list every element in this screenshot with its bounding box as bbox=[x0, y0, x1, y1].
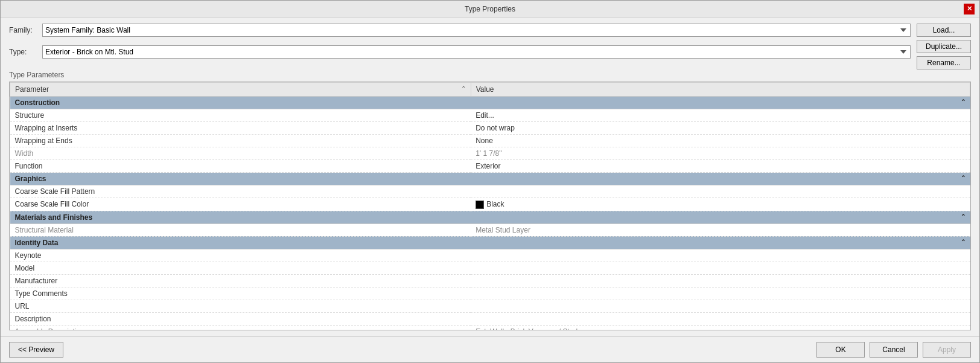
dialog-footer: << Preview OK Cancel Apply bbox=[1, 336, 979, 362]
param-cell: Width bbox=[10, 147, 471, 160]
table-row: Assembly DescriptionExt. Wall - Brick Ve… bbox=[10, 325, 970, 330]
dialog-body: Family: System Family: Basic Wall Type: … bbox=[1, 18, 979, 336]
param-cell: Model bbox=[10, 262, 471, 274]
param-cell: Keynote bbox=[10, 249, 471, 262]
load-button[interactable]: Load... bbox=[917, 24, 971, 37]
collapse-icon[interactable]: ⌃ bbox=[961, 98, 966, 105]
param-cell: Coarse Scale Fill Color bbox=[10, 198, 471, 211]
table-row: Coarse Scale Fill ColorBlack bbox=[10, 198, 970, 211]
cancel-button[interactable]: Cancel bbox=[870, 342, 918, 358]
value-cell: Exterior bbox=[471, 160, 970, 173]
param-cell: Structure bbox=[10, 109, 471, 122]
table-row: FunctionExterior bbox=[10, 160, 970, 173]
parameters-table-container[interactable]: Parameter ⌃ Value Construction⌃Structure… bbox=[9, 82, 971, 330]
value-cell bbox=[471, 249, 970, 262]
collapse-icon[interactable]: ⌃ bbox=[961, 175, 966, 181]
param-cell: Function bbox=[10, 160, 471, 173]
table-row: Description bbox=[10, 312, 970, 325]
section-header-label: Materials and Finishes bbox=[15, 213, 93, 222]
param-cell: Manufacturer bbox=[10, 274, 471, 287]
section-title: Type Parameters bbox=[9, 71, 971, 79]
value-cell: Metal Stud Layer bbox=[471, 223, 970, 236]
table-header-row: Parameter ⌃ Value bbox=[10, 83, 970, 97]
type-label: Type: bbox=[9, 48, 42, 56]
form-top-area: Family: System Family: Basic Wall Type: … bbox=[9, 24, 971, 69]
collapse-icon[interactable]: ⌃ bbox=[961, 213, 966, 220]
param-cell: Assembly Description bbox=[10, 325, 471, 330]
param-cell: Structural Material bbox=[10, 223, 471, 236]
color-label: Black bbox=[486, 200, 504, 208]
section-header-label: Identity Data bbox=[15, 239, 59, 247]
section-header: Identity Data⌃ bbox=[10, 236, 970, 249]
table-row: Type Comments bbox=[10, 287, 970, 300]
side-buttons: Load... Duplicate... Rename... bbox=[917, 24, 971, 69]
title-bar: Type Properties ✕ bbox=[1, 1, 979, 18]
table-row: StructureEdit... bbox=[10, 109, 970, 122]
parameters-table: Parameter ⌃ Value Construction⌃Structure… bbox=[10, 82, 970, 330]
edit-link[interactable]: Edit... bbox=[476, 111, 494, 120]
section-header-label: Construction bbox=[15, 98, 60, 107]
table-row: Wrapping at EndsNone bbox=[10, 135, 970, 147]
table-row: Width1' 1 7/8" bbox=[10, 147, 970, 160]
table-row: Model bbox=[10, 262, 970, 274]
value-cell: Do not wrap bbox=[471, 122, 970, 135]
param-cell: Wrapping at Inserts bbox=[10, 122, 471, 135]
value-cell bbox=[471, 287, 970, 300]
section-header: Construction⌃ bbox=[10, 97, 970, 109]
color-swatch bbox=[476, 201, 484, 209]
dialog-title: Type Properties bbox=[16, 5, 964, 13]
section-header-label: Graphics bbox=[15, 175, 46, 183]
duplicate-button[interactable]: Duplicate... bbox=[917, 40, 971, 53]
ok-button[interactable]: OK bbox=[816, 342, 865, 358]
param-cell: Type Comments bbox=[10, 287, 471, 300]
value-cell bbox=[471, 300, 970, 312]
form-fields: Family: System Family: Basic Wall Type: … bbox=[9, 24, 911, 63]
value-cell[interactable]: Edit... bbox=[471, 109, 970, 122]
section-header: Graphics⌃ bbox=[10, 173, 970, 185]
value-cell: Black bbox=[471, 198, 970, 211]
value-cell: None bbox=[471, 135, 970, 147]
type-row: Type: Exterior - Brick on Mtl. Stud bbox=[9, 45, 911, 59]
column-value: Value bbox=[471, 83, 970, 97]
footer-left: << Preview bbox=[9, 342, 63, 358]
type-properties-dialog: Type Properties ✕ Family: System Family:… bbox=[0, 0, 980, 363]
section-header: Materials and Finishes⌃ bbox=[10, 211, 970, 223]
rename-button[interactable]: Rename... bbox=[917, 56, 971, 69]
value-cell bbox=[471, 274, 970, 287]
table-row: Manufacturer bbox=[10, 274, 970, 287]
param-cell: Description bbox=[10, 312, 471, 325]
table-body: Construction⌃StructureEdit...Wrapping at… bbox=[10, 97, 970, 331]
type-select[interactable]: Exterior - Brick on Mtl. Stud bbox=[42, 45, 911, 59]
value-cell: Ext. Wall - Brick Veneer w/ Stud bbox=[471, 325, 970, 330]
family-label: Family: bbox=[9, 26, 42, 34]
sort-icon-parameter: ⌃ bbox=[461, 85, 466, 92]
collapse-icon[interactable]: ⌃ bbox=[961, 239, 966, 245]
param-cell: Coarse Scale Fill Pattern bbox=[10, 185, 471, 198]
table-row: URL bbox=[10, 300, 970, 312]
param-cell: URL bbox=[10, 300, 471, 312]
table-row: Keynote bbox=[10, 249, 970, 262]
table-row: Wrapping at InsertsDo not wrap bbox=[10, 122, 970, 135]
value-cell bbox=[471, 312, 970, 325]
family-select[interactable]: System Family: Basic Wall bbox=[42, 24, 911, 37]
value-cell bbox=[471, 185, 970, 198]
preview-button[interactable]: << Preview bbox=[9, 342, 63, 358]
column-parameter: Parameter ⌃ bbox=[10, 83, 471, 97]
apply-button[interactable]: Apply bbox=[923, 342, 971, 358]
footer-right: OK Cancel Apply bbox=[816, 342, 971, 358]
family-row: Family: System Family: Basic Wall bbox=[9, 24, 911, 37]
table-row: Structural MaterialMetal Stud Layer bbox=[10, 223, 970, 236]
value-cell bbox=[471, 262, 970, 274]
param-cell: Wrapping at Ends bbox=[10, 135, 471, 147]
close-button[interactable]: ✕ bbox=[964, 4, 975, 14]
value-cell: 1' 1 7/8" bbox=[471, 147, 970, 160]
table-row: Coarse Scale Fill Pattern bbox=[10, 185, 970, 198]
